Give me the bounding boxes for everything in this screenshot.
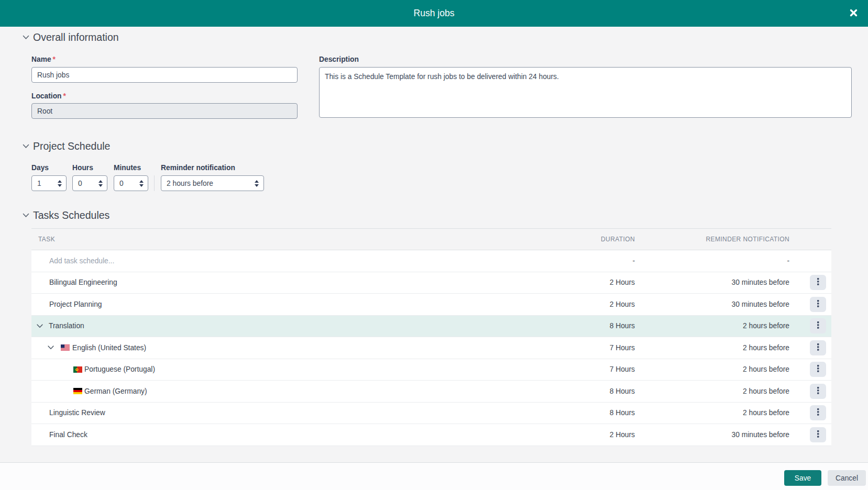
task-reminder: 2 hours before [635,409,789,417]
location-input[interactable] [31,103,298,119]
description-label: Description [319,55,359,63]
hours-input[interactable] [78,180,98,187]
task-duration: 8 Hours [551,409,635,417]
minutes-stepper[interactable] [114,175,148,191]
task-row[interactable]: German (Germany)8 Hours2 hours before [31,381,831,403]
row-actions-button[interactable] [810,384,826,399]
row-actions-button[interactable] [810,340,826,355]
required-asterisk: * [63,92,66,100]
task-duration: 8 Hours [551,322,635,330]
table-header-row: TASK DURATION REMINDER NOTIFICATION [31,228,831,250]
task-row[interactable]: Portuguese (Portugal)7 Hours2 hours befo… [31,359,831,381]
row-actions-button[interactable] [810,318,826,333]
task-reminder: 2 hours before [635,344,789,352]
name-input[interactable] [31,67,298,83]
task-reminder: 30 minutes before [635,300,789,308]
task-schedule-table: TASK DURATION REMINDER NOTIFICATION Add … [31,228,831,446]
section-tasks-schedules[interactable]: Tasks Schedules [23,209,109,221]
task-name: Final Check [49,431,87,439]
kebab-icon [817,300,819,309]
kebab-icon [817,343,819,352]
task-row[interactable]: Bilingual Engineering2 Hours30 minutes b… [31,272,831,294]
column-header-duration: DURATION [551,236,635,243]
task-row[interactable]: Translation8 Hours2 hours before [31,316,831,338]
kebab-icon [817,387,819,396]
section-overall-information[interactable]: Overall information [23,31,119,43]
kebab-icon [817,408,819,417]
kebab-icon [817,430,819,439]
flag-pt-icon [73,366,82,373]
task-duration: 8 Hours [551,387,635,395]
days-stepper[interactable] [31,175,67,191]
row-actions-button[interactable] [810,362,826,377]
task-row[interactable]: Linguistic Review8 Hours2 hours before [31,403,831,425]
chevron-down-icon [23,144,29,149]
task-name: Translation [49,322,84,330]
close-icon [850,9,858,18]
hours-stepper[interactable] [72,175,107,191]
section-project-schedule[interactable]: Project Schedule [23,140,110,152]
task-table-body: Add task schedule...--Bilingual Engineer… [31,250,831,446]
flag-de-icon [73,388,82,394]
section-title: Project Schedule [33,140,110,152]
task-name: Project Planning [49,300,102,308]
modal-header: Rush jobs [0,0,868,27]
row-actions-button[interactable] [810,427,826,442]
flag-us-icon [61,344,70,351]
task-name: English (United States) [72,344,146,352]
minutes-label: Minutes [114,164,141,172]
close-button[interactable] [844,0,863,27]
cancel-button[interactable]: Cancel [828,470,866,486]
name-label: Name* [31,55,56,63]
task-reminder: 2 hours before [635,365,789,373]
chevron-down-icon [23,35,29,40]
column-header-reminder: REMINDER NOTIFICATION [635,236,789,243]
task-name: German (Germany) [84,387,147,395]
column-header-task: TASK [31,236,551,243]
days-input[interactable] [37,180,58,187]
task-reminder: 2 hours before [635,387,789,395]
field-divider [154,175,155,191]
row-actions-button[interactable] [810,297,826,312]
reminder-select[interactable]: 2 hours before [161,175,264,191]
stepper-arrows-icon[interactable] [58,180,62,187]
task-duration: 2 Hours [551,431,635,439]
section-title: Overall information [33,31,119,43]
stepper-arrows-icon[interactable] [139,180,144,187]
task-row[interactable]: Final Check2 Hours30 minutes before [31,424,831,446]
add-task-duration: - [551,257,635,265]
modal-footer: Save Cancel [0,462,868,490]
task-row[interactable]: Project Planning2 Hours30 minutes before [31,294,831,316]
stepper-arrows-icon[interactable] [98,180,103,187]
task-name: Linguistic Review [49,409,105,417]
task-reminder: 30 minutes before [635,431,789,439]
minutes-input[interactable] [119,180,139,187]
row-actions-button[interactable] [810,405,826,420]
task-duration: 2 Hours [551,279,635,286]
modal-title: Rush jobs [414,8,455,19]
select-arrows-icon [255,180,259,187]
task-name: Bilingual Engineering [49,279,117,286]
reminder-label: Reminder notification [161,164,235,172]
task-duration: 7 Hours [551,344,635,352]
task-reminder: 30 minutes before [635,279,789,286]
task-reminder: 2 hours before [635,322,789,330]
required-asterisk: * [53,55,56,63]
add-task-input[interactable]: Add task schedule... [31,257,551,265]
task-duration: 2 Hours [551,300,635,308]
location-label: Location* [31,92,66,100]
reminder-selected-value: 2 hours before [167,180,213,187]
add-task-row[interactable]: Add task schedule...-- [31,250,831,272]
task-row[interactable]: English (United States)7 Hours2 hours be… [31,337,831,359]
description-textarea[interactable]: This is a Schedule Template for rush job… [319,67,852,118]
add-task-reminder: - [635,257,789,265]
chevron-down-icon[interactable] [37,324,43,328]
kebab-icon [817,278,819,287]
section-title: Tasks Schedules [33,209,109,221]
save-button[interactable]: Save [784,470,821,486]
hours-label: Hours [72,164,93,172]
task-duration: 7 Hours [551,365,635,373]
row-actions-button[interactable] [810,275,826,290]
days-label: Days [31,164,49,172]
chevron-down-icon[interactable] [48,346,54,350]
